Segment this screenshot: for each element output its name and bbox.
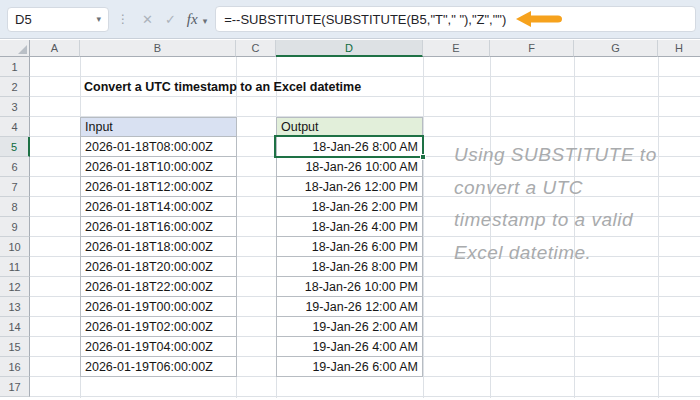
column-header-row: A B C D E F G H: [0, 40, 700, 57]
input-cell-b8[interactable]: 2026-01-18T14:00:00Z: [80, 197, 237, 217]
enter-icon[interactable]: ✓: [159, 12, 182, 27]
input-cell-b15[interactable]: 2026-01-19T04:00:00Z: [80, 337, 237, 357]
row-header-column: 1 2 3 4 5 6 7 8 9 10 11 12 13 14 15 16 1…: [0, 57, 30, 397]
input-cell-b12[interactable]: 2026-01-18T22:00:00Z: [80, 277, 237, 297]
select-all-button[interactable]: [0, 40, 30, 57]
input-cell-b11[interactable]: 2026-01-18T20:00:00Z: [80, 257, 237, 277]
formula-bar: D5 ▾ ⋮ ✕ ✓ fx ▾ =--SUBSTITUTE(SUBSTITUTE…: [0, 0, 700, 39]
row-header-17[interactable]: 17: [0, 377, 30, 397]
formula-bar-menu-dots-icon[interactable]: ⋮: [117, 12, 129, 26]
row-header-9[interactable]: 9: [0, 217, 30, 237]
row-header-2[interactable]: 2: [0, 77, 30, 97]
name-box-value: D5: [15, 12, 32, 27]
row-header-1[interactable]: 1: [0, 57, 30, 77]
grid-line: [423, 57, 424, 398]
output-cell-d9[interactable]: 18-Jan-26 4:00 PM: [276, 217, 423, 237]
output-cell-d5[interactable]: 18-Jan-26 8:00 AM: [276, 137, 423, 157]
input-cell-b5[interactable]: 2026-01-18T08:00:00Z: [80, 137, 237, 157]
row-header-10[interactable]: 10: [0, 237, 30, 257]
input-table-header[interactable]: Input: [80, 117, 237, 137]
column-header-a[interactable]: A: [30, 40, 80, 57]
row-header-15[interactable]: 15: [0, 337, 30, 357]
input-cell-b6[interactable]: 2026-01-18T10:00:00Z: [80, 157, 237, 177]
name-box[interactable]: D5 ▾: [7, 7, 109, 32]
sheet-title-cell[interactable]: Convert a UTC timestamp to an Excel date…: [84, 77, 361, 97]
fx-chevron-icon[interactable]: ▾: [203, 16, 208, 26]
row-header-8[interactable]: 8: [0, 197, 30, 217]
column-header-e[interactable]: E: [423, 40, 490, 57]
column-header-g[interactable]: G: [574, 40, 658, 57]
output-cell-d11[interactable]: 18-Jan-26 8:00 PM: [276, 257, 423, 277]
output-cell-d12[interactable]: 18-Jan-26 10:00 PM: [276, 277, 423, 297]
row-header-6[interactable]: 6: [0, 157, 30, 177]
output-cell-d13[interactable]: 19-Jan-26 12:00 AM: [276, 297, 423, 317]
column-header-b[interactable]: B: [80, 40, 236, 57]
row-header-4[interactable]: 4: [0, 117, 30, 137]
input-cell-b13[interactable]: 2026-01-19T00:00:00Z: [80, 297, 237, 317]
excel-window: D5 ▾ ⋮ ✕ ✓ fx ▾ =--SUBSTITUTE(SUBSTITUTE…: [0, 0, 700, 400]
cancel-icon[interactable]: ✕: [136, 12, 159, 27]
callout-arrow-icon: [516, 10, 562, 28]
fill-handle[interactable]: [420, 154, 426, 160]
row-header-14[interactable]: 14: [0, 317, 30, 337]
row-header-3[interactable]: 3: [0, 97, 30, 117]
insert-function-icon[interactable]: fx: [182, 11, 201, 28]
output-cell-d15[interactable]: 19-Jan-26 4:00 AM: [276, 337, 423, 357]
column-header-f[interactable]: F: [490, 40, 574, 57]
row-header-5[interactable]: 5: [0, 137, 30, 157]
row-header-11[interactable]: 11: [0, 257, 30, 277]
formula-input[interactable]: =--SUBSTITUTE(SUBSTITUTE(B5,"T"," "),"Z"…: [215, 6, 696, 32]
input-cell-b14[interactable]: 2026-01-19T02:00:00Z: [80, 317, 237, 337]
row-header-12[interactable]: 12: [0, 277, 30, 297]
annotation-line: timestamp to a valid: [454, 204, 657, 237]
input-cell-b16[interactable]: 2026-01-19T06:00:00Z: [80, 357, 237, 377]
name-box-chevron-icon[interactable]: ▾: [96, 14, 101, 24]
output-cell-d8[interactable]: 18-Jan-26 2:00 PM: [276, 197, 423, 217]
row-header-16[interactable]: 16: [0, 357, 30, 377]
output-cell-d7[interactable]: 18-Jan-26 12:00 PM: [276, 177, 423, 197]
input-cell-b7[interactable]: 2026-01-18T12:00:00Z: [80, 177, 237, 197]
input-table: Input 2026-01-18T08:00:00Z 2026-01-18T10…: [80, 117, 237, 377]
input-cell-b10[interactable]: 2026-01-18T18:00:00Z: [80, 237, 237, 257]
output-cell-d6[interactable]: 18-Jan-26 10:00 AM: [276, 157, 423, 177]
output-table: Output 18-Jan-26 8:00 AM 18-Jan-26 10:00…: [276, 117, 423, 377]
column-header-d[interactable]: D: [276, 40, 423, 57]
row-header-7[interactable]: 7: [0, 177, 30, 197]
annotation-note: Using SUBSTITUTE to convert a UTC timest…: [454, 139, 657, 269]
output-table-header[interactable]: Output: [276, 117, 423, 137]
formula-text: =--SUBSTITUTE(SUBSTITUTE(B5,"T"," "),"Z"…: [224, 12, 506, 27]
input-cell-b9[interactable]: 2026-01-18T16:00:00Z: [80, 217, 237, 237]
output-cell-d14[interactable]: 19-Jan-26 2:00 AM: [276, 317, 423, 337]
grid-line: [658, 57, 659, 398]
output-cell-d16[interactable]: 19-Jan-26 6:00 AM: [276, 357, 423, 377]
annotation-line: Excel datetime.: [454, 237, 657, 270]
column-header-c[interactable]: C: [236, 40, 276, 57]
output-cell-d10[interactable]: 18-Jan-26 6:00 PM: [276, 237, 423, 257]
annotation-line: convert a UTC: [454, 172, 657, 205]
column-header-h[interactable]: H: [658, 40, 700, 57]
row-header-13[interactable]: 13: [0, 297, 30, 317]
annotation-line: Using SUBSTITUTE to: [454, 139, 657, 172]
